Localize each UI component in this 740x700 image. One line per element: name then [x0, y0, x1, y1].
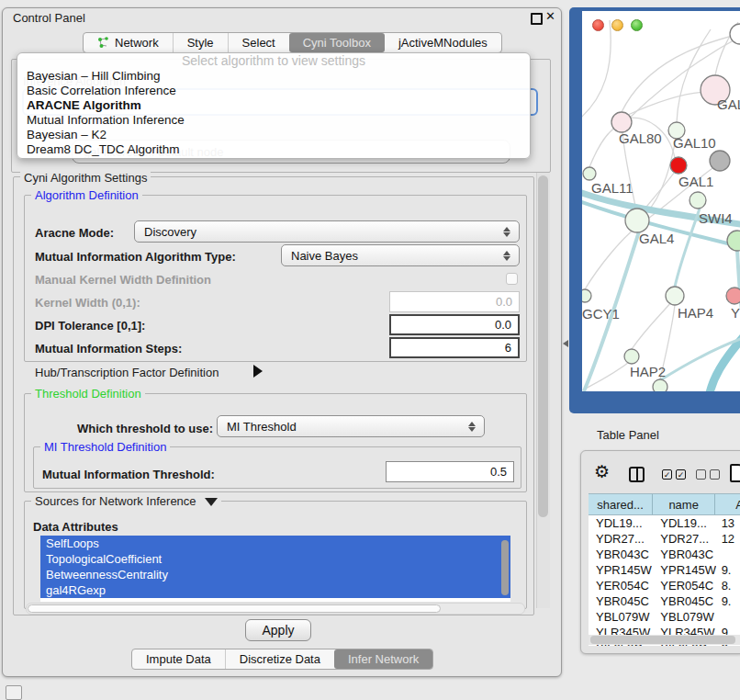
dpi-tolerance-input[interactable]: 0.0 — [389, 314, 520, 335]
network-node-hap4[interactable] — [666, 287, 684, 305]
table-cell: YBL079W — [589, 610, 653, 624]
aracne-mode-select[interactable]: Discovery — [134, 220, 520, 243]
column-header-shared[interactable]: shared... — [589, 494, 653, 514]
table-cell: YBR045C — [589, 594, 653, 608]
column-layout-icon[interactable] — [629, 467, 645, 482]
table-row[interactable]: YDL19...YDL19...13 — [589, 515, 740, 531]
which-threshold-select[interactable]: MI Threshold — [217, 415, 485, 437]
network-node-gal11[interactable] — [583, 167, 596, 180]
network-node-label: HAP2 — [630, 364, 666, 379]
table-toolbar: ⚙ ✓ ✓ — [581, 451, 740, 493]
network-node-gal1[interactable] — [670, 157, 687, 174]
mi-steps-input[interactable]: 6 — [389, 337, 520, 358]
spinner-arrows-icon — [503, 227, 510, 237]
table-row[interactable]: YBL079WYBL079W — [589, 609, 740, 625]
network-view-window[interactable]: GALGAL80GAL10GAL1GAL11SWI4GAL4GCY1HAP4YH… — [569, 7, 740, 413]
screen: Control Panel ✕ NetworkStyleSelectCyni T… — [0, 0, 740, 700]
attributes-scrollbar-thumb[interactable] — [501, 540, 509, 595]
select-all-icon2[interactable]: ✓ — [676, 469, 686, 480]
column-header-name[interactable]: name — [653, 494, 715, 514]
table-row[interactable]: YBR043CYBR043C — [589, 547, 740, 562]
deselect-all-icon2[interactable] — [710, 469, 720, 480]
deselect-all-icon[interactable] — [696, 469, 706, 480]
mi-threshold-input[interactable]: 0.5 — [386, 461, 514, 482]
algorithm-option-mutual-information-inference[interactable]: Mutual Information Inference — [17, 113, 530, 128]
network-canvas[interactable]: GALGAL80GAL10GAL1GAL11SWI4GAL4GCY1HAP4YH… — [582, 11, 740, 391]
attribute-item[interactable]: SelfLoops — [40, 536, 510, 551]
hub-expand-arrow-icon[interactable] — [253, 365, 263, 378]
mi-type-select[interactable]: Naive Bayes — [281, 244, 520, 266]
table-cell: YPR145W — [589, 563, 653, 577]
data-attributes-label: Data Attributes — [33, 520, 118, 534]
attribute-item[interactable]: gal4RGexp — [40, 582, 510, 598]
network-node-label: GAL80 — [619, 130, 662, 146]
tab-style[interactable]: Style — [173, 33, 228, 52]
table-row[interactable]: YBR045CYBR045C9. — [589, 593, 740, 609]
dropdown-items: Bayesian – Hill ClimbingBasic Correlatio… — [17, 69, 530, 157]
algorithm-option-aracne-algorithm[interactable]: ARACNE Algorithm — [17, 98, 530, 113]
panel-divider-arrow-icon[interactable] — [563, 340, 568, 347]
close-panel-icon[interactable]: ✕ — [545, 9, 555, 23]
tab-label: Style — [187, 36, 214, 50]
apply-button[interactable]: Apply — [245, 619, 311, 641]
float-window-icon[interactable] — [531, 13, 543, 25]
tab-network[interactable]: Network — [84, 33, 173, 52]
tab-select[interactable]: Select — [228, 33, 289, 52]
network-node-label: GCY1 — [582, 306, 620, 322]
table-hscrollbar-thumb[interactable] — [590, 636, 735, 644]
tab-jactivemnodules[interactable]: jActiveMNodules — [385, 33, 501, 52]
sources-hscrollbar-thumb[interactable] — [28, 604, 441, 613]
hub-factor-label[interactable]: Hub/Transcription Factor Definition — [35, 366, 219, 379]
spinner-arrows-icon — [503, 251, 510, 261]
table-panel: ⚙ ✓ ✓ shared...nameA YDL19...YDL19...13Y… — [580, 450, 740, 654]
network-node-gal4[interactable] — [625, 209, 649, 232]
network-icon — [97, 37, 109, 49]
mi-threshold-label: Mutual Information Threshold: — [42, 468, 215, 481]
manual-kernel-checkbox[interactable] — [506, 273, 518, 285]
tab-cyni-toolbox[interactable]: Cyni Toolbox — [289, 33, 385, 52]
table-row[interactable]: YPR145WYPR145W9. — [589, 562, 740, 578]
tab-discretize-data[interactable]: Discretize Data — [225, 649, 334, 669]
table-cell: YDR27... — [653, 532, 715, 546]
kernel-width-input[interactable]: 0.0 — [389, 291, 520, 312]
settings-scrollbar-thumb[interactable] — [538, 175, 548, 517]
network-node-gal80[interactable] — [611, 112, 632, 132]
network-graph[interactable]: GALGAL80GAL10GAL1GAL11SWI4GAL4GCY1HAP4YH… — [582, 11, 740, 391]
algorithm-definition-title: Algorithm Definition — [31, 188, 142, 202]
network-node[interactable] — [727, 231, 740, 251]
node-table[interactable]: shared...nameA YDL19...YDL19...13YDR27..… — [589, 493, 740, 646]
attribute-item[interactable]: BetweennessCentrality — [40, 567, 510, 582]
network-node-swi4[interactable] — [690, 192, 706, 209]
tab-impute-data[interactable]: Impute Data — [132, 649, 225, 669]
hidden-panel-icon[interactable] — [6, 685, 22, 700]
network-node-y[interactable] — [726, 288, 740, 304]
mi-threshold-title: MI Threshold Definition — [40, 440, 170, 454]
algorithm-option-bayesian-hill-climbing[interactable]: Bayesian – Hill Climbing — [17, 69, 530, 84]
network-node[interactable] — [653, 379, 667, 391]
sources-title[interactable]: Sources for Network Inference — [31, 494, 221, 508]
attributes-list[interactable]: SelfLoopsTopologicalCoefficientBetweenne… — [40, 536, 510, 602]
network-node-gcy1[interactable] — [582, 289, 591, 302]
algorithm-option-bayesian-k2[interactable]: Bayesian – K2 — [17, 128, 530, 142]
select-all-icon[interactable]: ✓ — [662, 469, 672, 480]
table-cell: YBL079W — [653, 610, 715, 624]
tab-infer-network[interactable]: Infer Network — [334, 649, 432, 669]
table-row[interactable]: YER054CYER054C8. — [589, 578, 740, 593]
network-node-label: GAL1 — [678, 174, 713, 189]
aracne-mode-label: Aracne Mode: — [35, 226, 114, 240]
algorithm-option-dream8-dc-tdc-algorithm[interactable]: Dream8 DC_TDC Algorithm — [17, 142, 530, 157]
attribute-item[interactable]: TopologicalCoefficient — [40, 551, 510, 567]
algorithm-option-basic-correlation-inference[interactable]: Basic Correlation Inference — [17, 84, 530, 98]
network-node-hap2[interactable] — [624, 349, 639, 364]
column-header-a[interactable]: A — [715, 494, 740, 514]
mi-steps-label: Mutual Information Steps: — [35, 342, 182, 356]
table-cell: YBR045C — [653, 594, 715, 608]
network-node-label: Y — [731, 305, 740, 321]
collapse-arrow-icon[interactable] — [205, 498, 218, 506]
settings-gear-icon[interactable]: ⚙ — [594, 461, 610, 482]
function-builder-icon[interactable] — [730, 464, 740, 482]
network-node[interactable] — [710, 151, 730, 171]
table-row[interactable]: YDR27...YDR27...12 — [589, 531, 740, 547]
table-cell: 9. — [716, 594, 740, 608]
spinner-arrows-icon — [468, 422, 476, 432]
